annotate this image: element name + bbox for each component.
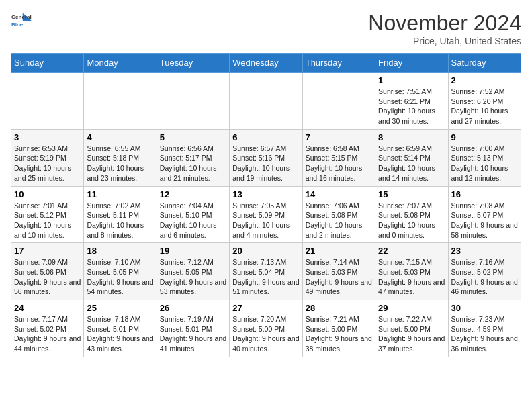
svg-text:General: General xyxy=(11,14,32,20)
logo-icon: General Blue xyxy=(11,11,32,32)
day-number: 13 xyxy=(232,189,299,199)
day-number: 6 xyxy=(232,132,299,142)
day-cell: 19Sunrise: 7:12 AMSunset: 5:05 PMDayligh… xyxy=(157,243,229,300)
week-row-4: 17Sunrise: 7:09 AMSunset: 5:06 PMDayligh… xyxy=(11,243,521,300)
day-cell xyxy=(11,73,84,130)
day-number: 25 xyxy=(87,303,153,313)
location-subtitle: Price, Utah, United States xyxy=(368,36,521,46)
day-info: Sunrise: 6:57 AMSunset: 5:16 PMDaylight:… xyxy=(232,144,299,183)
day-cell: 12Sunrise: 7:04 AMSunset: 5:10 PMDayligh… xyxy=(157,186,229,243)
day-cell: 21Sunrise: 7:14 AMSunset: 5:03 PMDayligh… xyxy=(302,243,375,300)
header-sunday: Sunday xyxy=(11,54,84,73)
day-number: 9 xyxy=(451,132,518,142)
day-cell: 20Sunrise: 7:13 AMSunset: 5:04 PMDayligh… xyxy=(230,243,302,300)
logo: General Blue xyxy=(11,11,32,32)
header-saturday: Saturday xyxy=(448,54,521,73)
day-cell: 5Sunrise: 6:56 AMSunset: 5:17 PMDaylight… xyxy=(157,129,229,186)
day-info: Sunrise: 7:16 AMSunset: 5:02 PMDaylight:… xyxy=(451,257,518,297)
day-number: 30 xyxy=(451,303,518,313)
day-cell: 7Sunrise: 6:58 AMSunset: 5:15 PMDaylight… xyxy=(302,129,375,186)
header-monday: Monday xyxy=(84,54,157,73)
day-number: 4 xyxy=(87,132,153,142)
day-info: Sunrise: 7:12 AMSunset: 5:05 PMDaylight:… xyxy=(160,257,226,297)
day-cell: 30Sunrise: 7:23 AMSunset: 4:59 PMDayligh… xyxy=(448,300,521,357)
day-number: 5 xyxy=(160,132,226,142)
header-friday: Friday xyxy=(375,54,448,73)
day-info: Sunrise: 7:05 AMSunset: 5:09 PMDaylight:… xyxy=(232,201,299,240)
day-info: Sunrise: 7:13 AMSunset: 5:04 PMDaylight:… xyxy=(232,257,299,297)
calendar-header: Sunday Monday Tuesday Wednesday Thursday… xyxy=(11,54,521,73)
day-info: Sunrise: 7:06 AMSunset: 5:08 PMDaylight:… xyxy=(306,201,372,240)
day-number: 27 xyxy=(232,303,299,313)
day-info: Sunrise: 6:59 AMSunset: 5:14 PMDaylight:… xyxy=(378,144,445,183)
day-info: Sunrise: 6:53 AMSunset: 5:19 PMDaylight:… xyxy=(14,144,81,183)
day-cell: 13Sunrise: 7:05 AMSunset: 5:09 PMDayligh… xyxy=(230,186,302,243)
header-thursday: Thursday xyxy=(302,54,375,73)
day-info: Sunrise: 7:17 AMSunset: 5:02 PMDaylight:… xyxy=(14,314,81,354)
day-cell xyxy=(157,73,229,130)
day-number: 17 xyxy=(14,246,81,256)
day-info: Sunrise: 7:21 AMSunset: 5:00 PMDaylight:… xyxy=(306,314,372,354)
day-info: Sunrise: 6:55 AMSunset: 5:18 PMDaylight:… xyxy=(87,144,153,183)
day-number: 26 xyxy=(160,303,226,313)
day-info: Sunrise: 7:51 AMSunset: 6:21 PMDaylight:… xyxy=(378,87,445,126)
day-number: 11 xyxy=(87,189,153,199)
day-info: Sunrise: 7:07 AMSunset: 5:08 PMDaylight:… xyxy=(378,201,445,240)
month-title: November 2024 xyxy=(368,11,521,36)
day-info: Sunrise: 7:08 AMSunset: 5:07 PMDaylight:… xyxy=(451,201,518,240)
day-number: 23 xyxy=(451,246,518,256)
week-row-3: 10Sunrise: 7:01 AMSunset: 5:12 PMDayligh… xyxy=(11,186,521,243)
page-header: General Blue November 2024 Price, Utah, … xyxy=(11,11,521,46)
day-cell: 24Sunrise: 7:17 AMSunset: 5:02 PMDayligh… xyxy=(11,300,84,357)
day-cell: 26Sunrise: 7:19 AMSunset: 5:01 PMDayligh… xyxy=(157,300,229,357)
day-cell xyxy=(230,73,302,130)
day-info: Sunrise: 7:19 AMSunset: 5:01 PMDaylight:… xyxy=(160,314,226,354)
day-info: Sunrise: 7:23 AMSunset: 4:59 PMDaylight:… xyxy=(451,314,518,354)
day-cell: 2Sunrise: 7:52 AMSunset: 6:20 PMDaylight… xyxy=(448,73,521,130)
day-number: 8 xyxy=(378,132,445,142)
day-cell: 25Sunrise: 7:18 AMSunset: 5:01 PMDayligh… xyxy=(84,300,157,357)
day-cell: 3Sunrise: 6:53 AMSunset: 5:19 PMDaylight… xyxy=(11,129,84,186)
day-cell: 10Sunrise: 7:01 AMSunset: 5:12 PMDayligh… xyxy=(11,186,84,243)
day-number: 14 xyxy=(306,189,372,199)
day-info: Sunrise: 7:15 AMSunset: 5:03 PMDaylight:… xyxy=(378,257,445,297)
day-cell: 29Sunrise: 7:22 AMSunset: 5:00 PMDayligh… xyxy=(375,300,448,357)
day-cell: 8Sunrise: 6:59 AMSunset: 5:14 PMDaylight… xyxy=(375,129,448,186)
day-number: 20 xyxy=(232,246,299,256)
day-number: 7 xyxy=(306,132,372,142)
week-row-5: 24Sunrise: 7:17 AMSunset: 5:02 PMDayligh… xyxy=(11,300,521,357)
day-info: Sunrise: 7:52 AMSunset: 6:20 PMDaylight:… xyxy=(451,87,518,126)
day-number: 19 xyxy=(160,246,226,256)
day-info: Sunrise: 6:58 AMSunset: 5:15 PMDaylight:… xyxy=(306,144,372,183)
day-cell: 4Sunrise: 6:55 AMSunset: 5:18 PMDaylight… xyxy=(84,129,157,186)
day-cell xyxy=(84,73,157,130)
header-wednesday: Wednesday xyxy=(230,54,302,73)
day-info: Sunrise: 7:00 AMSunset: 5:13 PMDaylight:… xyxy=(451,144,518,183)
week-row-1: 1Sunrise: 7:51 AMSunset: 6:21 PMDaylight… xyxy=(11,73,521,130)
day-info: Sunrise: 7:18 AMSunset: 5:01 PMDaylight:… xyxy=(87,314,153,354)
day-number: 28 xyxy=(306,303,372,313)
day-number: 16 xyxy=(451,189,518,199)
day-number: 24 xyxy=(14,303,81,313)
day-info: Sunrise: 7:09 AMSunset: 5:06 PMDaylight:… xyxy=(14,257,81,297)
day-number: 15 xyxy=(378,189,445,199)
day-number: 21 xyxy=(306,246,372,256)
title-block: November 2024 Price, Utah, United States xyxy=(368,11,521,46)
day-number: 22 xyxy=(378,246,445,256)
day-cell: 23Sunrise: 7:16 AMSunset: 5:02 PMDayligh… xyxy=(448,243,521,300)
calendar-body: 1Sunrise: 7:51 AMSunset: 6:21 PMDaylight… xyxy=(11,73,521,357)
day-number: 18 xyxy=(87,246,153,256)
day-info: Sunrise: 7:10 AMSunset: 5:05 PMDaylight:… xyxy=(87,257,153,297)
day-cell: 27Sunrise: 7:20 AMSunset: 5:00 PMDayligh… xyxy=(230,300,302,357)
day-number: 12 xyxy=(160,189,226,199)
header-row: Sunday Monday Tuesday Wednesday Thursday… xyxy=(11,54,521,73)
day-info: Sunrise: 7:20 AMSunset: 5:00 PMDaylight:… xyxy=(232,314,299,354)
header-tuesday: Tuesday xyxy=(157,54,229,73)
day-info: Sunrise: 7:04 AMSunset: 5:10 PMDaylight:… xyxy=(160,201,226,240)
day-info: Sunrise: 7:14 AMSunset: 5:03 PMDaylight:… xyxy=(306,257,372,297)
day-cell: 14Sunrise: 7:06 AMSunset: 5:08 PMDayligh… xyxy=(302,186,375,243)
day-cell: 18Sunrise: 7:10 AMSunset: 5:05 PMDayligh… xyxy=(84,243,157,300)
day-number: 1 xyxy=(378,75,445,85)
day-cell: 22Sunrise: 7:15 AMSunset: 5:03 PMDayligh… xyxy=(375,243,448,300)
day-cell: 9Sunrise: 7:00 AMSunset: 5:13 PMDaylight… xyxy=(448,129,521,186)
